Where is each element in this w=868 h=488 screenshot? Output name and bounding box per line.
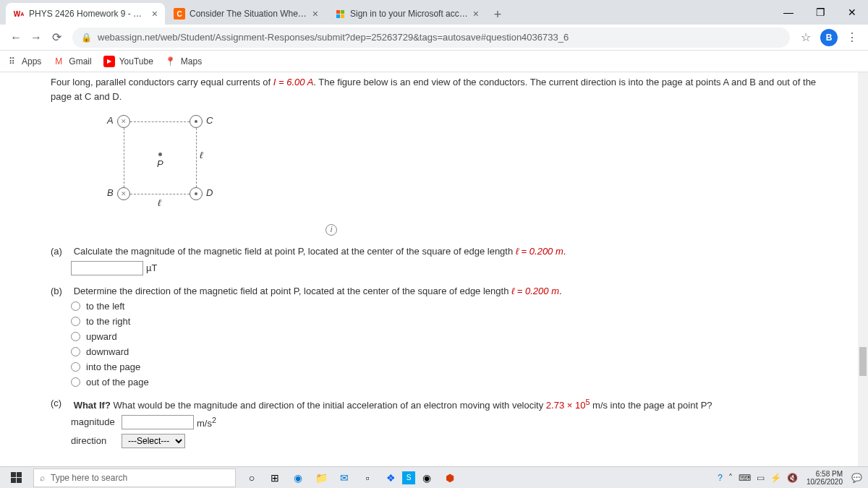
close-window-button[interactable]: ✕ [836, 0, 868, 25]
part-a-unit: µT [146, 262, 157, 273]
node-B: ✕ [117, 187, 130, 200]
minimize-button[interactable]: — [773, 0, 804, 25]
radio-option[interactable]: into the page [71, 361, 817, 372]
radio-icon [71, 332, 80, 341]
new-tab-button[interactable]: + [488, 4, 508, 25]
maps-icon: 📍 [165, 56, 176, 67]
bookmark-maps[interactable]: 📍Maps [165, 56, 202, 67]
wifi-icon[interactable]: ⚡ [770, 473, 781, 483]
browser-nav-bar: ← → ⟳ 🔒 webassign.net/web/Student/Assign… [0, 25, 868, 51]
keyboard-icon[interactable]: ⌨ [739, 473, 751, 483]
start-button[interactable] [3, 467, 29, 489]
profile-badge[interactable]: B [820, 29, 838, 46]
lock-icon: 🔒 [81, 33, 92, 43]
tab-title: PHYS 2426 Homework 9 - PHYS [29, 9, 148, 19]
tab-close-icon[interactable]: × [152, 8, 158, 20]
problem-intro: Four long, parallel conductors carry equ… [51, 75, 817, 103]
mail-icon[interactable]: ✉ [333, 467, 356, 489]
part-c-direction-select[interactable]: ---Select--- [122, 434, 185, 448]
tab-title: Consider The Situation When Al [190, 9, 308, 19]
radio-icon [71, 362, 80, 372]
node-A: ✕ [117, 115, 130, 128]
youtube-icon: ▶ [103, 56, 115, 67]
part-a-text: Calculate the magnitude of the magnetic … [74, 246, 566, 257]
back-button[interactable]: ← [6, 27, 26, 48]
radio-icon [71, 347, 80, 356]
tab-close-icon[interactable]: × [312, 8, 318, 20]
part-a: (a) Calculate the magnitude of the magne… [51, 246, 817, 275]
taskbar-search[interactable]: ⌕ Type here to search [33, 468, 236, 487]
dash-bottom [130, 194, 190, 194]
radio-option[interactable]: upward [71, 331, 817, 342]
part-b: (b) Determine the direction of the magne… [51, 286, 817, 388]
app-icon[interactable]: ▫ [356, 467, 379, 489]
maximize-button[interactable]: ❐ [804, 0, 836, 25]
dash-top [130, 121, 190, 122]
point-P [158, 153, 162, 156]
tab-favicon-chegg: C [174, 8, 185, 20]
magnitude-label: magnitude [71, 416, 122, 427]
part-a-label: (a) [51, 246, 71, 257]
dropbox-icon[interactable]: ❖ [379, 467, 402, 489]
label-C: C [206, 115, 213, 126]
part-a-input[interactable] [71, 261, 143, 275]
windows-taskbar: ⌕ Type here to search ○ ⊞ ◉ 📁 ✉ ▫ ❖ S ◉ … [0, 466, 868, 488]
file-explorer-icon[interactable]: 📁 [310, 467, 333, 489]
radio-icon [71, 377, 80, 387]
bookmark-apps[interactable]: ⠿Apps [6, 56, 41, 67]
task-view-icon[interactable]: ⊞ [263, 467, 286, 489]
url-text: webassign.net/web/Student/Assignment-Res… [98, 32, 569, 43]
bookmark-star-icon[interactable]: ☆ [796, 27, 816, 48]
page-content: Four long, parallel conductors carry equ… [0, 72, 868, 466]
radio-option[interactable]: to the left [71, 301, 817, 312]
battery-icon[interactable]: ▭ [757, 473, 765, 483]
radio-option[interactable]: downward [71, 346, 817, 357]
label-ell-right: ℓ [200, 150, 203, 160]
apps-icon: ⠿ [6, 56, 17, 67]
tab-close-icon[interactable]: × [473, 8, 479, 20]
browser-tab[interactable]: C Consider The Situation When Al × [166, 3, 326, 25]
chrome-icon[interactable]: ◉ [415, 467, 438, 489]
browser-tab[interactable]: Sign in to your Microsoft accoun × [327, 3, 486, 25]
bookmark-youtube[interactable]: ▶YouTube [103, 56, 153, 67]
label-ell-bottom: ℓ [158, 197, 161, 208]
tab-favicon-microsoft [334, 8, 346, 20]
reload-button[interactable]: ⟳ [46, 27, 67, 48]
office-icon[interactable]: ⬢ [438, 467, 461, 489]
label-P: P [157, 158, 163, 169]
browser-tab-bar: WA PHYS 2426 Homework 9 - PHYS × C Consi… [0, 0, 868, 25]
menu-button[interactable]: ⋮ [842, 27, 862, 48]
chevron-up-icon[interactable]: ˄ [728, 473, 733, 483]
bookmark-gmail[interactable]: MGmail [53, 56, 91, 67]
windows-logo-icon [11, 472, 22, 483]
dash-right [196, 128, 197, 187]
gmail-icon: M [53, 56, 64, 67]
cortana-icon[interactable]: ○ [240, 467, 263, 489]
address-bar[interactable]: 🔒 webassign.net/web/Student/Assignment-R… [72, 27, 790, 48]
volume-icon[interactable]: 🔇 [787, 473, 798, 483]
direction-label: direction [71, 435, 122, 446]
bookmarks-bar: ⠿Apps MGmail ▶YouTube 📍Maps [0, 51, 868, 72]
radio-icon [71, 301, 80, 311]
edge-icon[interactable]: ◉ [286, 467, 310, 489]
radio-option[interactable]: out of the page [71, 377, 817, 388]
part-c-magnitude-input[interactable] [122, 415, 194, 429]
part-c-text: What If? What would be the magnitude and… [74, 400, 712, 411]
part-b-options: to the left to the right upward downward… [71, 301, 817, 388]
node-C [190, 115, 203, 128]
info-icon[interactable]: i [326, 224, 337, 236]
forward-button[interactable]: → [26, 27, 46, 48]
search-icon: ⌕ [40, 473, 45, 483]
help-icon[interactable]: ? [718, 473, 723, 483]
app-icon-2[interactable]: S [402, 471, 415, 484]
part-c-mag-unit: m/s2 [197, 416, 216, 429]
browser-tab-active[interactable]: WA PHYS 2426 Homework 9 - PHYS × [6, 3, 165, 25]
radio-option[interactable]: to the right [71, 316, 817, 327]
label-D: D [206, 187, 213, 198]
part-b-label: (b) [51, 286, 71, 296]
taskbar-clock[interactable]: 6:58 PM 10/26/2020 [807, 470, 843, 486]
part-b-text: Determine the direction of the magnetic … [74, 286, 562, 296]
part-c: (c) What If? What would be the magnitude… [51, 398, 817, 448]
notifications-icon[interactable]: 💬 [851, 473, 862, 483]
conductor-diagram: A ✕ C B ✕ D P ℓ ℓ [109, 109, 253, 218]
